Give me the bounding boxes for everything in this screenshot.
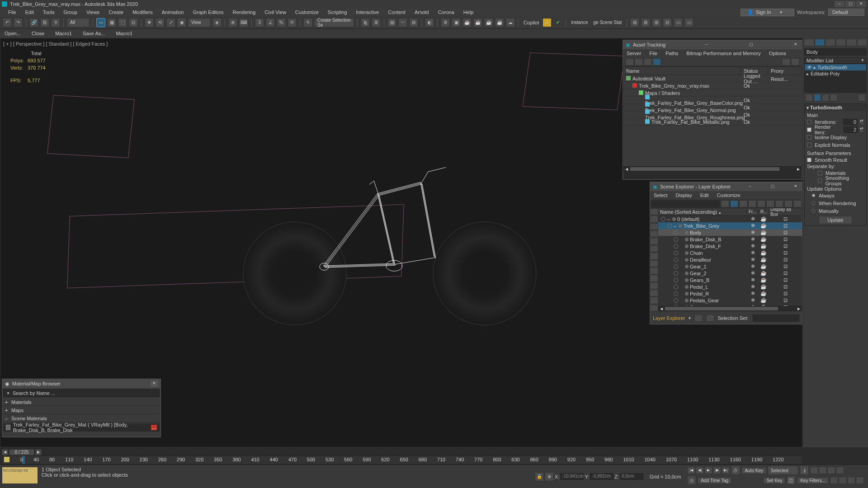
always-radio[interactable] bbox=[811, 193, 816, 197]
asset-menu-options[interactable]: Options bbox=[769, 51, 786, 56]
material-browser-close[interactable]: ✕ bbox=[151, 380, 158, 387]
scene-side-14[interactable] bbox=[650, 305, 658, 311]
rollup-title[interactable]: ▾ TurboSmooth bbox=[805, 104, 866, 111]
object-name-field[interactable]: Body bbox=[804, 48, 867, 56]
scene-side-1[interactable] bbox=[650, 208, 658, 215]
nav-7[interactable] bbox=[847, 477, 855, 484]
scene-col-render[interactable]: R... bbox=[759, 209, 769, 214]
autokey-button[interactable]: Auto Key bbox=[741, 467, 766, 474]
scene-state-label[interactable]: ge Scene Stat bbox=[592, 20, 624, 25]
redo-button[interactable]: ↷ bbox=[14, 18, 23, 27]
motion-tab[interactable] bbox=[836, 39, 846, 46]
modifier-turbosmooth[interactable]: 👁▸ TurboSmooth bbox=[805, 64, 866, 70]
goto-end-button[interactable]: ▶| bbox=[722, 467, 730, 474]
asset-max-button[interactable]: ▢ bbox=[747, 42, 755, 48]
scene-side-5[interactable] bbox=[650, 238, 658, 244]
scene-side-11[interactable] bbox=[650, 282, 658, 289]
render-spin-buttons[interactable]: ▴▾ bbox=[859, 127, 864, 133]
scene-item[interactable]: Derailleur❄☕⊡ bbox=[658, 256, 802, 263]
mirror-button[interactable]: ⧎ bbox=[361, 18, 370, 27]
asset-menu-file[interactable]: File bbox=[649, 51, 657, 56]
materials-category[interactable]: +Materials bbox=[2, 398, 160, 406]
render-iters-spinner[interactable]: 2 bbox=[844, 127, 858, 133]
modifier-stack[interactable]: 👁▸ TurboSmooth ▸ Editable Poly bbox=[804, 64, 867, 93]
modify-tab[interactable] bbox=[815, 39, 825, 46]
percent-snap-button[interactable]: % bbox=[277, 18, 286, 27]
setkey-button[interactable]: Set Key bbox=[763, 477, 785, 484]
scene-side-12[interactable] bbox=[650, 290, 658, 296]
scene-item[interactable]: Pedals_Gear❄☕⊡ bbox=[658, 297, 802, 304]
iter-spin-buttons[interactable]: ▴▾ bbox=[859, 119, 864, 125]
scene-side-7[interactable] bbox=[650, 253, 658, 259]
play-button[interactable]: ▶ bbox=[704, 467, 712, 474]
menu-corona[interactable]: Corona bbox=[434, 8, 459, 16]
modifier-list-dropdown[interactable]: Modifier List▼ bbox=[804, 57, 867, 64]
key-filters-button[interactable]: Key Filters... bbox=[797, 477, 829, 484]
scene-menu-display[interactable]: Display bbox=[676, 192, 692, 198]
align-button[interactable]: ≣ bbox=[372, 18, 381, 27]
asset-icon-1[interactable] bbox=[626, 58, 634, 66]
keyboard-button[interactable]: ⌨ bbox=[239, 18, 248, 27]
nav-1[interactable] bbox=[810, 467, 818, 474]
scale-button[interactable]: ⤢ bbox=[166, 18, 175, 27]
asset-col-name[interactable]: Name bbox=[623, 67, 741, 75]
scene-side-2[interactable] bbox=[650, 216, 658, 222]
instance-label[interactable]: instance bbox=[569, 20, 590, 25]
menu-customize[interactable]: Customize bbox=[291, 8, 323, 16]
move-button[interactable]: ✥ bbox=[145, 18, 154, 27]
manipulate-button[interactable]: ⊕ bbox=[228, 18, 237, 27]
menu-civilview[interactable]: Civil View bbox=[260, 8, 290, 16]
asset-row[interactable]: Trek_Farley_Fat_Bike_Grey_Roughness.pngO… bbox=[623, 111, 802, 118]
select-rect-button[interactable]: ⬚ bbox=[118, 18, 127, 27]
scene-layer5-button[interactable] bbox=[784, 200, 793, 207]
sep-materials-checkbox[interactable] bbox=[818, 171, 822, 175]
asset-icon-r2[interactable] bbox=[791, 58, 799, 66]
display-tab[interactable] bbox=[846, 39, 857, 46]
time-next-button[interactable]: ▶ bbox=[35, 449, 42, 455]
scene-item[interactable]: Gear_1❄☕⊡ bbox=[658, 263, 802, 270]
asset-row[interactable]: Trek_Farley_Fat_Bike_Metallic.pngOk bbox=[623, 118, 802, 126]
menu-content[interactable]: Content bbox=[383, 8, 410, 16]
bind-button[interactable]: ⚲ bbox=[51, 18, 60, 27]
y-coord-field[interactable]: -3,892cm bbox=[590, 473, 613, 480]
explicit-checkbox[interactable] bbox=[807, 143, 811, 147]
schematic-view-button[interactable]: ⊞ bbox=[409, 18, 418, 27]
vp-config-4[interactable]: ⊟ bbox=[663, 18, 672, 27]
asset-col-proxy[interactable]: Proxy Resol... bbox=[768, 67, 802, 75]
vp-config-6[interactable]: ▭ bbox=[684, 18, 693, 27]
asset-icon-3[interactable] bbox=[644, 58, 652, 66]
show-end-button[interactable] bbox=[814, 94, 821, 101]
vp-config-1[interactable]: ⊞ bbox=[630, 18, 639, 27]
quick-macro1[interactable]: Macro1 bbox=[55, 31, 72, 36]
scene-col-frozen[interactable]: Fr... bbox=[747, 209, 759, 214]
render-cloud-button[interactable]: ☁ bbox=[506, 18, 515, 27]
quick-open[interactable]: Open... bbox=[5, 31, 21, 36]
hierarchy-tab[interactable] bbox=[825, 39, 835, 46]
menu-create[interactable]: Create bbox=[104, 8, 128, 16]
absolute-mode-button[interactable]: ⊕ bbox=[545, 472, 554, 481]
asset-icon-4[interactable] bbox=[653, 58, 661, 66]
create-tab[interactable] bbox=[804, 39, 814, 46]
scene-min-button[interactable]: – bbox=[746, 183, 754, 190]
nav-6[interactable] bbox=[839, 477, 847, 484]
isoline-checkbox[interactable] bbox=[807, 135, 811, 140]
scene-side-3[interactable] bbox=[650, 223, 658, 230]
render-iter-button[interactable]: ☕ bbox=[484, 18, 493, 27]
vp-config-5[interactable]: ▭ bbox=[674, 18, 683, 27]
scene-filter-button[interactable] bbox=[730, 200, 738, 207]
iterations-checkbox[interactable] bbox=[807, 120, 811, 124]
minimize-button[interactable]: – bbox=[835, 1, 844, 7]
pivot-button[interactable]: ◈ bbox=[212, 18, 222, 27]
render-setup-button[interactable]: ⚙ bbox=[441, 18, 450, 27]
goto-start-button[interactable]: |◀ bbox=[687, 467, 695, 474]
asset-icon-r1[interactable] bbox=[782, 58, 790, 66]
scene-material-item[interactable]: Trek_Farley_Fat_Bike_Grey_Mat ( VRayMtl … bbox=[3, 423, 160, 432]
close-button[interactable]: ✕ bbox=[856, 1, 866, 7]
maxscript-mini-listener[interactable]: MAXScript Mi bbox=[2, 467, 38, 484]
menu-modifiers[interactable]: Modifiers bbox=[128, 8, 157, 16]
menu-interactive[interactable]: Interactive bbox=[352, 8, 384, 16]
menu-arnold[interactable]: Arnold bbox=[410, 8, 434, 16]
track-bar[interactable]: 0408011014017020023026029032035038041044… bbox=[2, 455, 802, 465]
scene-item[interactable]: Pedal_L❄☕⊡ bbox=[658, 283, 802, 290]
scene-menu-edit[interactable]: Edit bbox=[700, 192, 709, 198]
